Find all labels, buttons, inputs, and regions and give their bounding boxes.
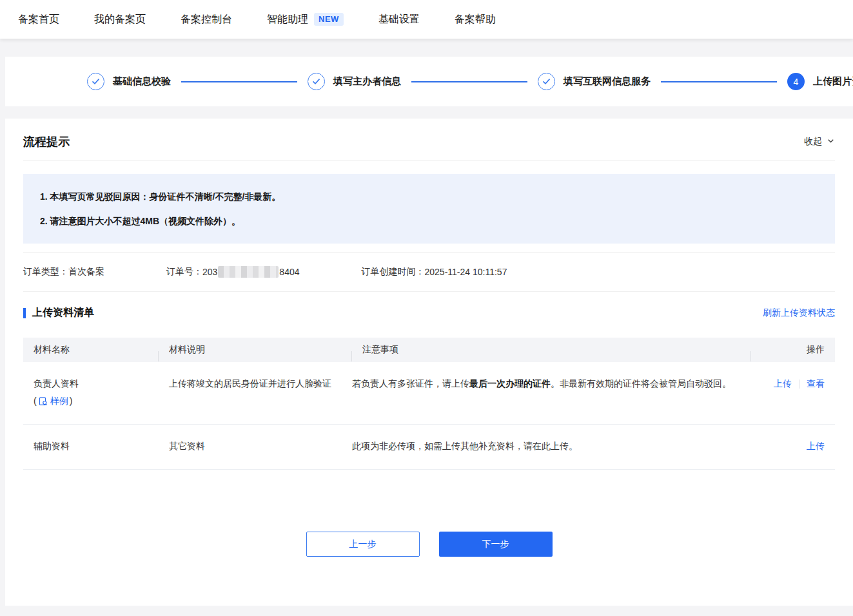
progress-stepper: 基础信息校验 填写主办者信息 填写互联网信息服务 4 上传图片资料: [5, 57, 853, 106]
check-icon: [87, 73, 104, 90]
nav-item-beian-home[interactable]: 备案首页: [18, 13, 59, 26]
order-number: 订单号：2038404: [166, 266, 300, 278]
nav-item-beian-console[interactable]: 备案控制台: [181, 13, 232, 26]
title-accent-bar: [23, 308, 26, 318]
material-name-cell: 负责人资料 ( 样例 ): [23, 375, 159, 410]
step-label: 填写主办者信息: [333, 75, 401, 88]
step-number-badge: 4: [787, 73, 805, 90]
col-header-actions: 操作: [751, 344, 835, 356]
col-header-material-desc: 材料说明: [159, 344, 352, 356]
step-3-internet-service-info: 填写互联网信息服务: [538, 73, 787, 90]
chevron-down-icon: [827, 137, 835, 147]
step-connector-line: [411, 81, 527, 82]
main-panel: 流程提示 收起 1. 本填写页常见驳回原因：身份证件不清晰/不完整/非最新。 2…: [5, 119, 853, 606]
process-tips-title: 流程提示: [23, 134, 70, 149]
collapse-label: 收起: [804, 136, 822, 148]
top-nav: 备案首页 我的备案页 备案控制台 智能助理 NEW 基础设置 备案帮助: [0, 0, 853, 39]
sample-preview-icon: [39, 397, 48, 406]
next-step-button[interactable]: 下一步: [439, 532, 553, 557]
order-type: 订单类型：首次备案: [23, 266, 104, 278]
previous-step-button[interactable]: 上一步: [306, 532, 420, 557]
step-label: 上传图片资料: [813, 75, 853, 88]
table-row: 辅助资料 其它资料 此项为非必传项，如需上传其他补充资料，请在此上传。 上传: [23, 425, 835, 470]
collapse-toggle[interactable]: 收起: [804, 136, 835, 148]
step-label: 填写互联网信息服务: [564, 75, 651, 88]
refresh-upload-status-link[interactable]: 刷新上传资料状态: [763, 307, 835, 319]
action-divider: [799, 380, 799, 389]
nav-item-beian-help[interactable]: 备案帮助: [455, 13, 496, 26]
col-header-notes: 注意事项: [352, 344, 751, 356]
col-header-material-name: 材料名称: [23, 344, 159, 356]
material-note-cell: 若负责人有多张证件，请上传最后一次办理的证件。非最新有效期的证件将会被管局自动驳…: [352, 375, 751, 392]
step-1-basic-info-check: 基础信息校验: [87, 73, 308, 90]
sample-link[interactable]: 样例: [50, 392, 68, 410]
order-info-row: 订单类型：首次备案 订单号：2038404 订单创建时间：2025-11-24 …: [23, 252, 835, 292]
step-4-upload-images-current: 4 上传图片资料: [787, 73, 853, 90]
notice-box: 1. 本填写页常见驳回原因：身份证件不清晰/不完整/非最新。 2. 请注意图片大…: [23, 174, 835, 244]
table-header-row: 材料名称 材料说明 注意事项 操作: [23, 338, 835, 362]
nav-item-ai-assistant[interactable]: 智能助理 NEW: [267, 13, 344, 26]
actions-cell: 上传 查看: [751, 375, 835, 392]
table-row: 负责人资料 ( 样例 ) 上传蒋竣文的居民身份证并进行人脸验证 若负责人有多张证…: [23, 362, 835, 425]
redacted-order-number: [218, 266, 279, 278]
upload-link[interactable]: 上传: [774, 375, 792, 392]
material-desc-cell: 上传蒋竣文的居民身份证并进行人脸验证: [159, 375, 352, 392]
check-icon: [538, 73, 555, 90]
material-name-cell: 辅助资料: [23, 438, 159, 455]
check-icon: [308, 73, 325, 90]
sample-link-line: ( 样例 ): [34, 392, 159, 410]
material-name: 负责人资料: [34, 375, 159, 392]
upload-link[interactable]: 上传: [807, 438, 825, 455]
step-2-organizer-info: 填写主办者信息: [308, 73, 538, 90]
upload-list-header: 上传资料清单 刷新上传资料状态: [23, 306, 835, 320]
material-desc-cell: 其它资料: [159, 438, 352, 455]
notice-line-2: 2. 请注意图片大小不超过4MB（视频文件除外）。: [40, 209, 818, 233]
actions-cell: 上传: [751, 438, 835, 455]
wizard-footer: 上一步 下一步: [23, 532, 835, 557]
nav-item-basic-settings[interactable]: 基础设置: [378, 13, 420, 26]
step-connector-line: [181, 81, 297, 82]
nav-item-my-beian[interactable]: 我的备案页: [94, 13, 146, 26]
view-link[interactable]: 查看: [807, 375, 825, 392]
upload-list-title: 上传资料清单: [23, 306, 94, 320]
process-tips-header: 流程提示 收起: [23, 119, 835, 161]
step-connector-line: [661, 81, 777, 82]
order-created-time: 订单创建时间：2025-11-24 10:11:57: [362, 266, 507, 278]
new-badge: NEW: [314, 13, 344, 26]
material-note-cell: 此项为非必传项，如需上传其他补充资料，请在此上传。: [352, 438, 751, 455]
materials-table: 材料名称 材料说明 注意事项 操作 负责人资料 ( 样例 ) 上传蒋竣文的居民身…: [23, 338, 835, 470]
notice-line-1: 1. 本填写页常见驳回原因：身份证件不清晰/不完整/非最新。: [40, 184, 818, 209]
step-label: 基础信息校验: [113, 75, 171, 88]
